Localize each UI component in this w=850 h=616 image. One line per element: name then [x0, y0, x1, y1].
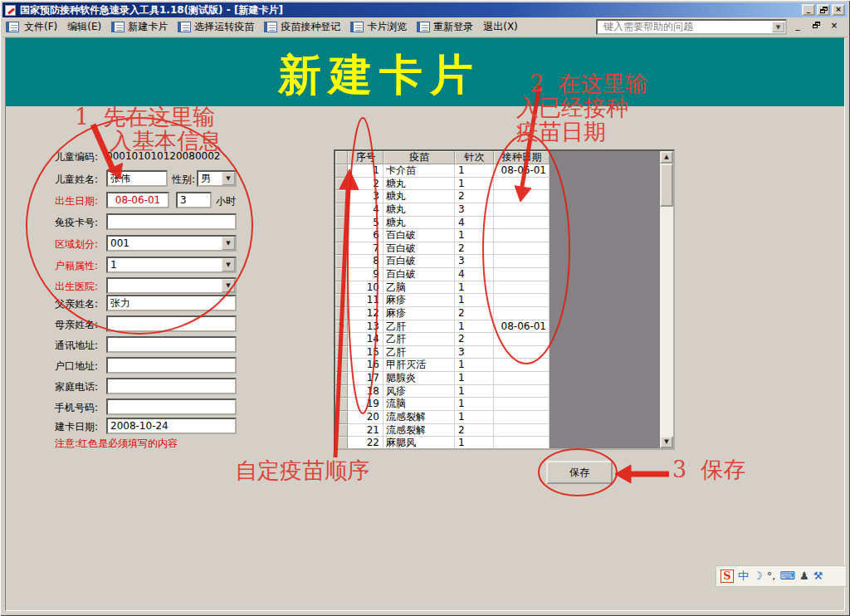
row-dose-cell[interactable]: 1	[455, 398, 494, 411]
vaccine-table[interactable]: 序号 疫苗 针次 接种日期 1卡介苗108-06-012糖丸13糖丸24糖丸35…	[334, 149, 675, 450]
immunity-card-input[interactable]	[106, 213, 237, 230]
row-date-cell[interactable]	[494, 385, 550, 398]
row-no-cell[interactable]: 5	[348, 217, 383, 230]
row-vaccine-cell[interactable]: 糖丸	[383, 178, 455, 191]
row-selector[interactable]	[335, 346, 348, 359]
table-row[interactable]: 12麻疹2	[335, 307, 673, 320]
birth-hour-input[interactable]: 3	[176, 192, 212, 208]
row-no-cell[interactable]: 6	[348, 229, 383, 242]
row-selector[interactable]	[335, 424, 348, 438]
save-button[interactable]: 保存	[546, 461, 613, 484]
row-dose-cell[interactable]: 1	[455, 164, 494, 178]
row-date-cell[interactable]: 08-06-01	[494, 164, 550, 178]
row-dose-cell[interactable]: 3	[455, 255, 494, 268]
help-question-box[interactable]: 键入需要帮助的问题 ▼	[596, 19, 787, 35]
soft-keyboard-icon[interactable]: ⌨	[779, 570, 795, 583]
row-dose-cell[interactable]: 2	[455, 333, 494, 346]
row-vaccine-cell[interactable]: 流感裂解	[383, 411, 455, 424]
mdi-minimize-button[interactable]: _	[791, 20, 804, 32]
row-date-cell[interactable]	[494, 178, 550, 191]
menu-vaccination-register[interactable]: 疫苗接种登记	[259, 18, 345, 36]
row-dose-cell[interactable]: 2	[455, 190, 494, 203]
row-date-cell[interactable]	[494, 411, 550, 424]
table-row[interactable]: 14乙肝2	[335, 333, 673, 346]
row-date-cell[interactable]	[494, 203, 550, 217]
row-dose-cell[interactable]: 1	[455, 437, 494, 450]
birth-date-input[interactable]: 08-06-01	[106, 192, 169, 208]
table-row[interactable]: 10乙脑1	[335, 281, 673, 295]
row-dose-cell[interactable]: 1	[455, 372, 494, 385]
row-no-cell[interactable]: 10	[348, 281, 383, 295]
table-row[interactable]: 7百白破2	[335, 242, 673, 256]
row-selector[interactable]	[335, 281, 348, 295]
row-vaccine-cell[interactable]: 腮腺炎	[383, 372, 455, 385]
row-vaccine-cell[interactable]: 乙脑	[383, 281, 455, 295]
row-no-cell[interactable]: 22	[348, 437, 383, 450]
row-date-cell[interactable]	[494, 424, 550, 438]
table-row[interactable]: 4糖丸3	[335, 203, 673, 217]
row-no-cell[interactable]: 20	[348, 411, 383, 424]
row-vaccine-cell[interactable]: 乙肝	[383, 333, 455, 346]
row-vaccine-cell[interactable]: 糖丸	[383, 203, 455, 217]
row-vaccine-cell[interactable]: 百白破	[383, 229, 455, 242]
row-vaccine-cell[interactable]: 百白破	[383, 242, 455, 256]
row-dose-cell[interactable]: 1	[455, 294, 494, 307]
row-vaccine-cell[interactable]: 麻疹	[383, 294, 455, 307]
row-dose-cell[interactable]: 1	[455, 320, 494, 334]
row-no-cell[interactable]: 19	[348, 398, 383, 411]
table-row[interactable]: 11麻疹1	[335, 294, 673, 307]
registry-select[interactable]: 1▼	[106, 257, 237, 273]
child-name-input[interactable]: 张伟	[106, 170, 168, 187]
home-phone-input[interactable]	[106, 378, 237, 394]
residence-address-input[interactable]	[106, 357, 237, 374]
gender-select[interactable]: 男▼	[197, 170, 237, 187]
table-row[interactable]: 2糖丸1	[335, 178, 673, 191]
table-row[interactable]: 9百白破4	[335, 268, 673, 281]
row-no-cell[interactable]: 18	[348, 385, 383, 398]
row-date-cell[interactable]	[494, 398, 550, 411]
row-date-cell[interactable]	[494, 294, 550, 307]
row-selector[interactable]: ✎	[335, 320, 348, 334]
chevron-down-icon[interactable]: ▼	[222, 237, 235, 250]
row-vaccine-cell[interactable]: 甲肝灭活	[383, 359, 455, 372]
row-selector[interactable]	[335, 411, 348, 424]
menu-edit[interactable]: 编辑(E)	[62, 18, 106, 36]
chevron-down-icon[interactable]: ▼	[222, 172, 235, 185]
row-dose-cell[interactable]: 4	[455, 217, 494, 230]
ime-tools-icon[interactable]: ⚒	[813, 570, 823, 583]
table-row[interactable]: 16甲肝灭活1	[335, 359, 673, 372]
table-row[interactable]: 6百白破1	[335, 229, 673, 242]
row-dose-cell[interactable]: 1	[455, 385, 494, 398]
row-vaccine-cell[interactable]: 糖丸	[383, 217, 455, 230]
restore-button[interactable]	[817, 4, 830, 16]
menu-new-card[interactable]: 新建卡片	[106, 18, 173, 36]
row-selector[interactable]	[335, 385, 348, 398]
row-no-cell[interactable]: 11	[348, 294, 383, 307]
punctuation-mode-icon[interactable]: °,	[767, 570, 776, 583]
row-no-cell[interactable]: 21	[348, 424, 383, 438]
row-date-cell[interactable]	[494, 190, 550, 203]
row-no-cell[interactable]: 3	[348, 190, 383, 203]
father-name-input[interactable]: 张力	[106, 295, 237, 311]
row-selector[interactable]	[335, 217, 348, 230]
chevron-down-icon[interactable]: ▼	[222, 258, 235, 271]
row-no-cell[interactable]: 4	[348, 203, 383, 217]
table-row[interactable]: 20流感裂解1	[335, 411, 673, 424]
row-dose-cell[interactable]: 3	[455, 346, 494, 359]
mdi-child-icon[interactable]	[6, 22, 19, 32]
row-no-cell[interactable]: 9	[348, 268, 383, 281]
row-dose-cell[interactable]: 1	[455, 229, 494, 242]
row-vaccine-cell[interactable]: 卡介苗	[383, 164, 455, 178]
table-row[interactable]: 18风疹1	[335, 385, 673, 398]
row-vaccine-cell[interactable]: 流脑	[383, 398, 455, 411]
row-date-cell[interactable]	[494, 268, 550, 281]
mobile-phone-input[interactable]	[106, 398, 237, 415]
row-vaccine-cell[interactable]: 百白破	[383, 255, 455, 268]
row-selector[interactable]	[335, 307, 348, 320]
row-vaccine-cell[interactable]: 乙肝	[383, 346, 455, 359]
row-date-cell[interactable]	[494, 372, 550, 385]
card-created-input[interactable]: 2008-10-24	[106, 418, 237, 434]
row-no-cell[interactable]: 15	[348, 346, 383, 359]
row-no-cell[interactable]: 17	[348, 372, 383, 385]
row-no-cell[interactable]: 8	[348, 255, 383, 268]
